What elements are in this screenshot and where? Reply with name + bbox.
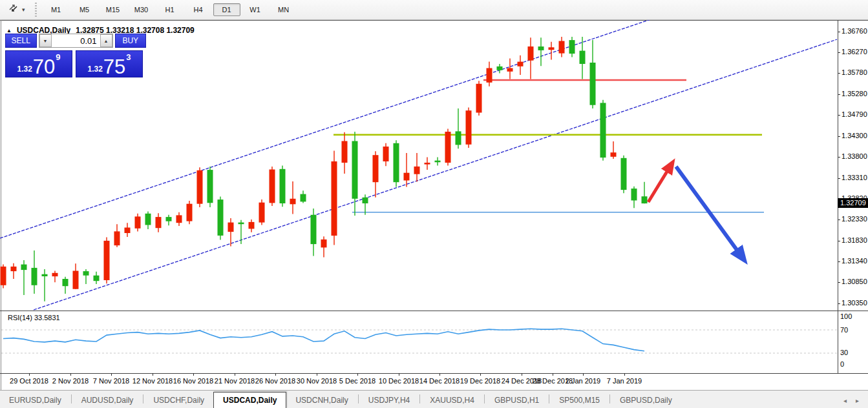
- tab-usdcad-daily[interactable]: USDCAD,Daily: [213, 392, 286, 408]
- price-axis-label: 1.35280: [842, 90, 865, 97]
- timeframe-button-m30[interactable]: M30: [128, 3, 155, 16]
- rsi-indicator-label: RSI(14) 33.5831: [8, 314, 60, 321]
- tab-usdcnh-daily[interactable]: USDCNH,Daily: [286, 393, 357, 408]
- bid-prefix: 1.32: [17, 65, 32, 74]
- chart-shift-tool[interactable]: ▾: [8, 3, 25, 16]
- tab-audusd-daily[interactable]: AUDUSD,Daily: [72, 393, 143, 408]
- timeframe-button-m15[interactable]: M15: [100, 3, 127, 16]
- price-axis-label: 1.35780: [842, 68, 865, 76]
- price-axis-label: 1.36270: [842, 48, 865, 56]
- tab-scroll-left-icon[interactable]: ◂: [843, 397, 847, 404]
- tab-divider: [143, 394, 143, 403]
- volume-decrease-button[interactable]: ▼: [39, 34, 52, 47]
- tab-divider: [484, 394, 485, 403]
- rsi-level-label: 0: [840, 360, 844, 368]
- tab-scrollers: ◂▸: [843, 397, 859, 404]
- date-axis-label: 16 Nov 2018: [173, 377, 213, 385]
- timeframe-button-h4[interactable]: H4: [185, 3, 212, 16]
- symbol-tab-bar: EURUSD,DailyAUDUSD,DailyUSDCHF,DailyUSDC…: [0, 390, 868, 408]
- date-axis-label: 7 Nov 2018: [93, 377, 129, 385]
- date-axis-label: 10 Dec 2018: [379, 377, 419, 385]
- ask-prefix: 1.32: [87, 65, 102, 74]
- price-axis-label: 1.31830: [842, 236, 865, 244]
- tab-divider: [358, 394, 359, 403]
- dropdown-caret-icon[interactable]: ▾: [22, 6, 25, 13]
- tabs-container: EURUSD,DailyAUDUSD,DailyUSDCHF,DailyUSDC…: [0, 392, 681, 408]
- price-axis-label: 1.34790: [842, 110, 865, 118]
- rsi-level-label: 30: [840, 349, 848, 356]
- buy-button[interactable]: BUY: [115, 34, 147, 48]
- date-axis-label: 19 Dec 2018: [460, 377, 500, 385]
- date-axis-label: 7 Jan 2019: [607, 377, 642, 385]
- top-toolbar: ▾ M1M5M15M30H1H4D1W1MN: [0, 0, 868, 20]
- tab-usdchf-daily[interactable]: USDCHF,Daily: [144, 393, 213, 408]
- timeframe-buttons: M1M5M15M30H1H4D1W1MN: [43, 3, 297, 16]
- volume-increase-button[interactable]: ▲: [100, 34, 112, 47]
- one-click-trading-panel: SELL ▼ 0.01 ▲ BUY 1.32 70 9 1.32 75 3: [5, 34, 146, 77]
- timeframe-button-m5[interactable]: M5: [71, 3, 98, 16]
- tab-divider: [419, 394, 420, 403]
- ask-pipette: 3: [126, 52, 131, 62]
- current-price-tag: 1.32709: [838, 198, 868, 208]
- volume-input[interactable]: 0.01: [52, 34, 100, 47]
- timeframe-button-h1[interactable]: H1: [156, 3, 184, 16]
- sell-button[interactable]: SELL: [5, 34, 37, 48]
- price-axis-label: 1.36760: [842, 27, 865, 35]
- tab-divider: [609, 394, 610, 403]
- tab-sp500-m15[interactable]: SP500,M15: [550, 393, 609, 408]
- tab-gbpusd-daily[interactable]: GBPUSD,Daily: [611, 393, 681, 408]
- sell-quote-panel[interactable]: 1.32 70 9: [5, 50, 72, 77]
- date-axis-label: 5 Dec 2018: [339, 377, 376, 385]
- buy-quote-panel[interactable]: 1.32 75 3: [76, 50, 143, 77]
- toolbar-grip: [34, 3, 37, 17]
- price-axis-label: 1.32330: [842, 215, 865, 223]
- price-axis-label: 1.31340: [842, 257, 865, 265]
- bid-pipette: 9: [56, 52, 60, 62]
- tab-divider: [549, 394, 549, 403]
- price-axis-label: 1.34300: [842, 132, 865, 139]
- collapse-arrow-icon[interactable]: ▲: [6, 28, 12, 34]
- date-axis-label: 2 Nov 2018: [52, 377, 89, 385]
- tab-scroll-right-icon[interactable]: ▸: [856, 397, 859, 404]
- date-axis-label: 30 Nov 2018: [297, 377, 337, 385]
- volume-stepper: ▼ 0.01 ▲: [39, 34, 113, 48]
- price-axis-label: 1.30850: [842, 278, 865, 285]
- date-axis-label: 2 Jan 2019: [566, 377, 600, 385]
- timeframe-button-mn[interactable]: MN: [270, 3, 297, 16]
- date-axis-label: 21 Nov 2018: [215, 377, 255, 385]
- date-axis-label: 14 Dec 2018: [419, 377, 460, 385]
- tab-xauusd-h4[interactable]: XAUUSD,H4: [421, 393, 483, 408]
- ask-pips: 75: [103, 59, 125, 76]
- tab-eurusd-daily[interactable]: EURUSD,Daily: [0, 393, 70, 408]
- tab-gbpusd-h1[interactable]: GBPUSD,H1: [485, 393, 548, 408]
- rsi-level-label: 100: [840, 312, 852, 320]
- price-axis-label: 1.33800: [842, 152, 865, 160]
- tab-usdjpy-h4[interactable]: USDJPY,H4: [359, 393, 419, 408]
- rsi-level-label: 70: [840, 326, 848, 334]
- date-axis-label: 29 Oct 2018: [10, 377, 48, 385]
- chart-shift-icon: [8, 3, 19, 16]
- date-axis-label: 26 Nov 2018: [255, 377, 295, 385]
- timeframe-button-w1[interactable]: W1: [242, 3, 269, 16]
- timeframe-button-d1[interactable]: D1: [213, 3, 240, 16]
- date-axis-label: 12 Nov 2018: [132, 377, 173, 385]
- timeframe-button-m1[interactable]: M1: [43, 3, 70, 16]
- bid-pips: 70: [33, 59, 55, 76]
- tab-divider: [71, 394, 72, 403]
- price-axis-label: 1.33310: [842, 174, 865, 181]
- price-axis-label: 1.30350: [842, 299, 865, 307]
